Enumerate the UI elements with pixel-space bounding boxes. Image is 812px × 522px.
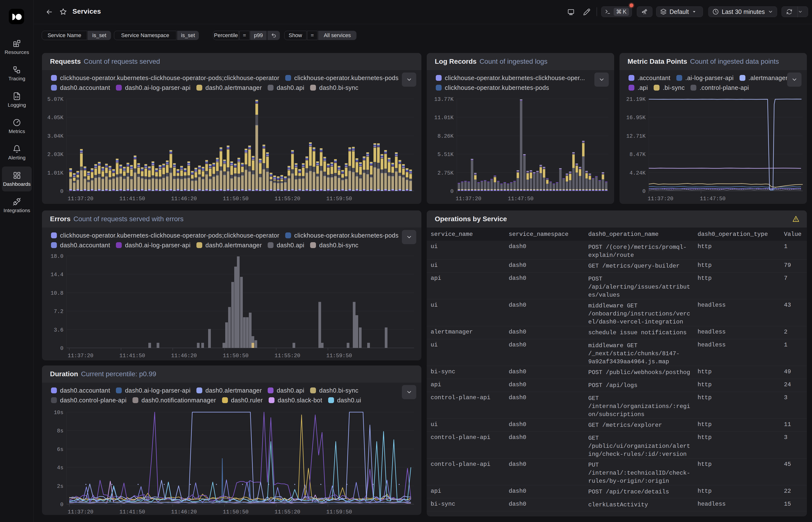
svg-text:3.6: 3.6 (54, 327, 63, 333)
svg-text:11:46:20: 11:46:20 (171, 509, 197, 515)
svg-text:16.95K: 16.95K (626, 115, 646, 121)
svg-text:13.77K: 13.77K (434, 97, 454, 103)
svg-text:4s: 4s (57, 465, 63, 471)
svg-text:14.4: 14.4 (50, 272, 63, 278)
svg-text:0: 0 (451, 188, 454, 195)
svg-text:11:46:20: 11:46:20 (171, 353, 197, 359)
svg-text:2.75K: 2.75K (437, 170, 454, 176)
svg-text:2s: 2s (57, 483, 63, 489)
svg-text:7.2: 7.2 (54, 308, 63, 315)
svg-text:8.26K: 8.26K (437, 133, 454, 139)
svg-text:11:37:20: 11:37:20 (68, 509, 93, 515)
svg-text:11:37:20: 11:37:20 (68, 196, 93, 202)
svg-text:11:41:50: 11:41:50 (119, 196, 145, 202)
svg-text:11:55:20: 11:55:20 (274, 509, 300, 515)
svg-text:11:37:20: 11:37:20 (456, 196, 481, 202)
svg-text:8.47K: 8.47K (629, 152, 646, 158)
svg-text:0: 0 (60, 502, 63, 508)
svg-text:11:37:20: 11:37:20 (648, 196, 673, 202)
svg-text:3.04K: 3.04K (47, 133, 64, 139)
svg-text:11:55:20: 11:55:20 (274, 196, 300, 202)
svg-text:6s: 6s (57, 446, 63, 453)
svg-text:11:59:50: 11:59:50 (326, 509, 352, 515)
svg-text:11:50:50: 11:50:50 (223, 353, 249, 359)
svg-text:0: 0 (60, 345, 63, 352)
svg-text:5.51K: 5.51K (437, 152, 454, 158)
svg-text:4.05K: 4.05K (47, 115, 64, 121)
svg-text:11:47:50: 11:47:50 (508, 196, 534, 202)
svg-text:11:41:50: 11:41:50 (119, 353, 145, 359)
svg-text:11:50:50: 11:50:50 (223, 196, 249, 202)
svg-text:0: 0 (60, 188, 63, 195)
svg-text:8s: 8s (57, 428, 63, 434)
svg-text:1.01K: 1.01K (47, 170, 64, 176)
svg-text:11:50:50: 11:50:50 (223, 509, 249, 515)
svg-text:11:47:50: 11:47:50 (700, 196, 726, 202)
svg-text:5.07K: 5.07K (47, 97, 64, 103)
svg-text:11:59:50: 11:59:50 (326, 353, 352, 359)
svg-text:21.19K: 21.19K (626, 97, 646, 103)
svg-text:11:37:20: 11:37:20 (68, 353, 93, 359)
svg-text:11:41:50: 11:41:50 (119, 509, 145, 515)
svg-text:11:55:20: 11:55:20 (274, 353, 300, 359)
svg-text:11.01K: 11.01K (434, 115, 454, 121)
svg-text:4.24K: 4.24K (629, 170, 646, 176)
svg-text:11:59:50: 11:59:50 (326, 196, 352, 202)
svg-text:10s: 10s (54, 410, 63, 416)
svg-text:0: 0 (642, 188, 646, 195)
svg-text:12.71K: 12.71K (626, 133, 646, 139)
svg-text:11:46:20: 11:46:20 (171, 196, 197, 202)
svg-text:10.8: 10.8 (50, 290, 63, 296)
svg-text:18.0: 18.0 (50, 254, 63, 260)
svg-text:2.03K: 2.03K (47, 152, 64, 158)
